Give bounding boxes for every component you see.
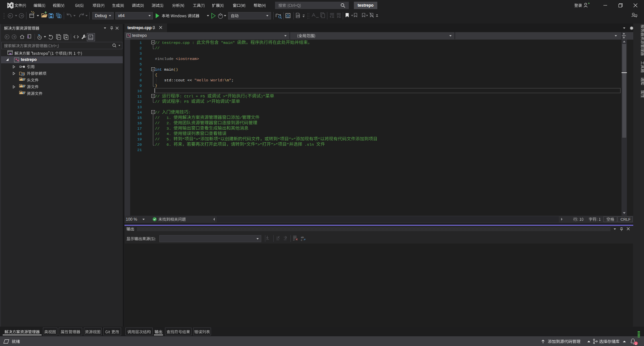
svg-text:”>“: ”>“ bbox=[271, 142, 278, 147]
svg-text://: // bbox=[155, 110, 160, 115]
svg-text:11: 11 bbox=[137, 94, 142, 98]
svg-text:5.: 5. bbox=[167, 137, 171, 141]
svg-text:4: 4 bbox=[140, 57, 142, 61]
svg-text:World!: World! bbox=[211, 78, 224, 82]
svg-text:”: ” bbox=[318, 137, 320, 141]
svg-text:F5: F5 bbox=[200, 94, 205, 98]
svg-text://: // bbox=[155, 46, 160, 50]
svg-text://: // bbox=[155, 137, 160, 141]
svg-text://: // bbox=[155, 126, 160, 131]
svg-text://: // bbox=[155, 94, 160, 98]
svg-text:21: 21 bbox=[137, 148, 142, 152]
svg-text:std::cout: std::cout bbox=[164, 78, 185, 82]
svg-text:": " bbox=[229, 78, 231, 82]
svg-text:16: 16 bbox=[137, 121, 142, 125]
svg-text:{: { bbox=[155, 73, 157, 77]
svg-text:>“: >“ bbox=[207, 99, 211, 104]
svg-text:6: 6 bbox=[140, 67, 142, 72]
svg-text:CRLF: CRLF bbox=[621, 217, 631, 221]
svg-text::: : bbox=[192, 41, 194, 45]
svg-text:1: 1 bbox=[140, 41, 142, 45]
svg-text:12: 12 bbox=[137, 99, 142, 104]
svg-text:18: 18 bbox=[137, 132, 142, 136]
svg-text:“: “ bbox=[182, 137, 185, 141]
svg-text:19: 19 bbox=[137, 137, 142, 141]
svg-text:2.: 2. bbox=[167, 121, 171, 125]
svg-text:+: + bbox=[196, 94, 198, 98]
svg-text:int: int bbox=[155, 67, 162, 72]
svg-text:“: “ bbox=[278, 137, 280, 141]
svg-text:”>“: ”>“ bbox=[289, 137, 296, 141]
svg-text:"Hello: "Hello bbox=[194, 78, 208, 82]
svg-text:}: } bbox=[155, 83, 157, 88]
svg-text:”>“: ”>“ bbox=[255, 142, 262, 147]
svg-text:F5: F5 bbox=[184, 99, 189, 104]
svg-text:main: main bbox=[164, 67, 174, 72]
svg-text:“: “ bbox=[244, 142, 247, 147]
svg-text:”: ” bbox=[287, 142, 289, 147]
svg-text://: // bbox=[155, 99, 160, 104]
svg-text:20: 20 bbox=[137, 142, 142, 147]
svg-text://: // bbox=[155, 132, 160, 136]
svg-text:>“: >“ bbox=[223, 94, 227, 98]
svg-text://: // bbox=[155, 121, 160, 125]
svg-text://: // bbox=[155, 116, 160, 120]
svg-text:”: ” bbox=[229, 99, 231, 104]
svg-text:Ctrl: Ctrl bbox=[184, 94, 194, 98]
svg-text:2: 2 bbox=[635, 342, 637, 345]
svg-text:<iostream>: <iostream> bbox=[176, 57, 199, 61]
svg-text:6.: 6. bbox=[167, 142, 171, 147]
svg-text://: // bbox=[155, 41, 160, 45]
svg-text:”>“: ”>“ bbox=[194, 137, 201, 141]
svg-text:8: 8 bbox=[140, 78, 142, 82]
svg-text:2: 2 bbox=[140, 46, 142, 50]
svg-text:7: 7 bbox=[140, 73, 142, 77]
svg-text::: : bbox=[179, 94, 182, 98]
svg-text:9: 9 bbox=[140, 83, 142, 88]
svg-text:/: / bbox=[239, 116, 242, 120]
svg-text:1.: 1. bbox=[167, 116, 171, 120]
svg-text:;: ; bbox=[231, 78, 234, 82]
svg-text:100 %: 100 % bbox=[126, 217, 137, 222]
svg-text:\n: \n bbox=[224, 78, 229, 82]
svg-text:5: 5 bbox=[140, 62, 142, 66]
svg-text:(: ( bbox=[245, 94, 248, 98]
svg-text::: : bbox=[189, 110, 191, 115]
svg-text:<<: << bbox=[187, 78, 192, 82]
svg-text:(): () bbox=[173, 67, 178, 72]
svg-text:13: 13 bbox=[137, 105, 142, 109]
svg-text:10: 10 bbox=[137, 89, 142, 93]
svg-text:#include: #include bbox=[155, 57, 173, 61]
svg-text::: : bbox=[179, 99, 182, 104]
svg-text:15: 15 bbox=[137, 116, 142, 120]
svg-text:3.: 3. bbox=[167, 126, 171, 131]
svg-text:c: c bbox=[301, 238, 302, 241]
svg-text:”: ” bbox=[218, 137, 220, 141]
svg-text:testrepo.cpp: testrepo.cpp bbox=[162, 41, 190, 45]
svg-text:3: 3 bbox=[140, 51, 142, 56]
svg-text:"main": "main" bbox=[221, 41, 235, 45]
svg-text:14: 14 bbox=[137, 110, 142, 115]
svg-text:.sln: .sln bbox=[305, 142, 314, 147]
svg-text:17: 17 bbox=[137, 126, 142, 131]
svg-text://: // bbox=[155, 142, 160, 147]
svg-text:4.: 4. bbox=[167, 132, 171, 136]
svg-text:)”: )” bbox=[261, 94, 265, 98]
